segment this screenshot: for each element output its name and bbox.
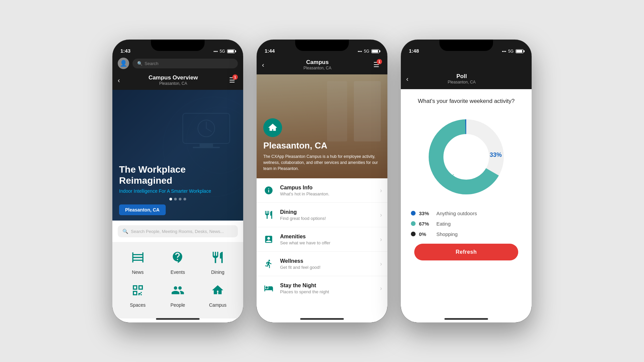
grid-row-1: News Events Dining xyxy=(118,247,238,275)
network-type-2: 5G xyxy=(364,49,369,54)
menu-item-stay[interactable]: Stay the Night Places to spend the night… xyxy=(257,276,387,300)
legend-pct-outdoor: 33% xyxy=(419,210,433,216)
hero-content-1: The Workplace Reimagined Indoor Intellig… xyxy=(119,164,236,194)
dining-text: Dining Find great food options! xyxy=(280,209,380,221)
dining-menu-icon xyxy=(262,208,275,222)
chart-label-67: 67% xyxy=(443,173,455,180)
dots-indicator-1 xyxy=(169,198,186,200)
chevron-wellness: › xyxy=(380,260,382,267)
back-btn-1[interactable]: ‹ xyxy=(118,76,120,84)
refresh-button[interactable]: Refresh xyxy=(414,244,518,260)
home-indicator-1 xyxy=(156,318,200,320)
campus-icon xyxy=(208,280,228,300)
search-top-bar: 👤 🔍 Search xyxy=(112,56,243,72)
menu-item-campus-info[interactable]: Campus Info What's hot in Pleasanton. › xyxy=(257,178,387,203)
campus-info-sub: What's hot in Pleasanton. xyxy=(280,191,380,196)
grid-item-events[interactable]: Events xyxy=(161,247,195,275)
campus-desc-text: The CXApp Pleasanton Campus is a hub for… xyxy=(263,154,381,172)
dot-3 xyxy=(179,198,181,200)
menu-btn-2[interactable]: 1 ☰ xyxy=(371,59,382,70)
donut-svg: 33% 67% xyxy=(423,113,510,200)
back-btn-2[interactable]: ‹ xyxy=(262,61,264,69)
nav-header-1: ‹ Campus Overview Pleasanton, CA 1 ☰ xyxy=(112,72,243,90)
phone-3: 1:48 ▪▪▪ 5G ‹ Poll Pleasanton, CA What's… xyxy=(401,40,532,322)
status-icons-1: ▪▪▪ 5G xyxy=(213,49,235,54)
search-icon-1: 🔍 xyxy=(137,61,143,66)
stay-sub: Places to spend the night xyxy=(280,289,380,294)
grid-item-campus[interactable]: Campus xyxy=(201,280,234,308)
spaces-icon xyxy=(128,280,148,300)
location-badge-1[interactable]: Pleasanton, CA xyxy=(119,204,166,215)
poll-subtitle-text: Pleasanton, CA xyxy=(448,80,476,84)
grid-item-people[interactable]: People xyxy=(161,280,195,308)
menu-btn-1[interactable]: 1 ☰ xyxy=(226,74,238,86)
hero-subtitle-1: Indoor Intelligence For A Smarter Workpl… xyxy=(119,188,236,194)
campus-hero-content: Pleasanton, CA The CXApp Pleasanton Camp… xyxy=(263,118,381,172)
notification-dot-2: 1 xyxy=(377,59,382,64)
nav-title-text-1: Campus Overview xyxy=(149,74,198,81)
search-bar-1[interactable]: 🔍 Search People, Meeting Rooms, Desks, N… xyxy=(118,225,238,237)
campus-circle-icon xyxy=(263,118,282,137)
dot-4 xyxy=(183,198,186,200)
status-time-3: 1:48 xyxy=(409,48,419,54)
hero-section-1: The Workplace Reimagined Indoor Intellig… xyxy=(112,90,243,221)
menu-item-dining[interactable]: Dining Find great food options! › xyxy=(257,203,387,227)
legend-dot-outdoor xyxy=(411,211,416,216)
people-icon xyxy=(168,280,188,300)
nav-title-1: Campus Overview Pleasanton, CA xyxy=(149,74,198,86)
dining-sub: Find great food options! xyxy=(280,216,380,221)
campus-info-icon xyxy=(262,184,275,197)
battery-icon-2 xyxy=(371,49,379,53)
network-type-1: 5G xyxy=(220,49,225,54)
grid-label-people: People xyxy=(170,302,185,308)
campus-menu-list: Campus Info What's hot in Pleasanton. › … xyxy=(257,178,387,300)
donut-center xyxy=(446,137,486,177)
chevron-amenities: › xyxy=(380,236,382,243)
battery-icon-3 xyxy=(516,49,524,53)
search-pill-1[interactable]: 🔍 Search xyxy=(132,59,238,68)
dining-title: Dining xyxy=(280,209,380,215)
chevron-stay: › xyxy=(380,285,382,292)
search-pill-label: Search xyxy=(145,61,158,66)
hero-title-1: The Workplace Reimagined xyxy=(119,164,236,186)
grid-item-spaces[interactable]: Spaces xyxy=(121,280,155,308)
search-section-1: 🔍 Search People, Meeting Rooms, Desks, N… xyxy=(112,221,243,242)
grid-label-campus: Campus xyxy=(209,302,226,308)
grid-item-dining[interactable]: Dining xyxy=(201,247,234,275)
status-icons-3: ▪▪▪ 5G xyxy=(502,49,524,54)
grid-row-2: Spaces People Campus xyxy=(118,280,238,308)
menu-item-wellness[interactable]: Wellness Get fit and feel good! › xyxy=(257,252,387,276)
grid-label-events: Events xyxy=(171,269,185,275)
nav-subtitle-1: Pleasanton, CA xyxy=(149,81,198,86)
chevron-dining: › xyxy=(380,212,382,219)
status-time-1: 1:43 xyxy=(120,48,130,54)
campus-info-title: Campus Info xyxy=(280,185,380,191)
poll-content: What's your favorite weekend activity? xyxy=(401,89,532,268)
phone-1: 1:43 ▪▪▪ 5G 👤 🔍 Search ‹ Campus xyxy=(112,40,243,322)
grid-label-dining: Dining xyxy=(211,269,224,275)
poll-header: ‹ Poll Pleasanton, CA xyxy=(401,56,532,89)
notch-2 xyxy=(295,40,349,51)
poll-nav-title: Poll Pleasanton, CA xyxy=(448,73,476,84)
stay-text: Stay the Night Places to spend the night xyxy=(280,283,380,294)
wellness-icon xyxy=(262,257,275,270)
grid-item-news[interactable]: News xyxy=(121,247,155,275)
battery-icon-1 xyxy=(227,49,235,53)
home-indicator-3 xyxy=(444,318,488,320)
legend-item-shopping: 0% Shopping xyxy=(411,231,522,237)
wellness-sub: Get fit and feel good! xyxy=(280,265,380,270)
legend-pct-eating: 67% xyxy=(419,221,433,227)
back-btn-3[interactable]: ‹ xyxy=(406,75,409,83)
nav-title-2: Campus Pleasanton, CA xyxy=(304,59,331,70)
menu-item-amenities[interactable]: Amenities See what we have to offer › xyxy=(257,227,387,252)
nav-subtitle-2: Pleasanton, CA xyxy=(304,66,331,70)
grid-label-news: News xyxy=(132,269,144,275)
poll-question: What's your favorite weekend activity? xyxy=(408,97,525,105)
wellness-text: Wellness Get fit and feel good! xyxy=(280,258,380,270)
dining-icon xyxy=(208,247,228,267)
campus-hero: Pleasanton, CA The CXApp Pleasanton Camp… xyxy=(257,74,387,178)
legend-dot-shopping xyxy=(411,232,416,236)
avatar-1[interactable]: 👤 xyxy=(118,58,129,69)
signal-icon-3: ▪▪▪ xyxy=(502,49,506,54)
dot-2 xyxy=(174,198,177,200)
